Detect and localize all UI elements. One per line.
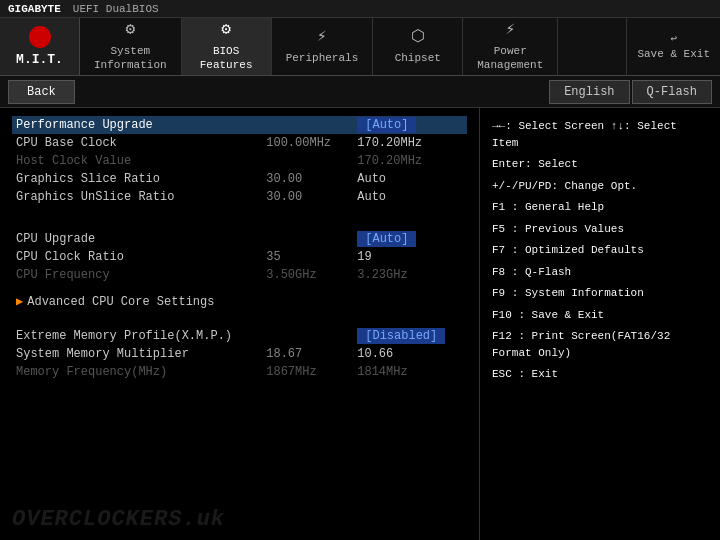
system-information-label: SystemInformation: [94, 44, 167, 73]
gigabyte-logo: GIGABYTE: [8, 3, 61, 15]
cpu-upgrade-value: [Auto]: [353, 230, 467, 248]
help-esc: ESC : Exit: [492, 366, 708, 383]
help-enter: Enter: Select: [492, 156, 708, 173]
save-exit-label: Save & Exit: [637, 47, 710, 61]
cpu-clock-ratio-value: 19: [353, 248, 467, 266]
cpu-base-clock-col2: 100.00MHz: [262, 134, 353, 152]
extreme-memory-col2: [262, 327, 353, 345]
cpu-clock-ratio-row[interactable]: CPU Clock Ratio 35 19: [12, 248, 467, 266]
nav-item-bios-features[interactable]: ⚙ BIOSFeatures: [182, 18, 272, 75]
power-management-label: PowerManagement: [477, 44, 543, 73]
advanced-cpu-section: ▶Advanced CPU Core Settings: [12, 292, 467, 319]
bios-features-label: BIOSFeatures: [200, 44, 253, 73]
extreme-memory-section: Extreme Memory Profile(X.M.P.) [Disabled…: [12, 327, 467, 381]
peripherals-icon: ⚡: [317, 27, 327, 48]
arrow-right-icon: ▶: [16, 295, 23, 309]
main-content: Performance Upgrade [Auto] CPU Base Cloc…: [0, 108, 720, 540]
mit-label: M.I.T.: [16, 52, 63, 67]
system-memory-multiplier-col2: 18.67: [262, 345, 353, 363]
power-icon: ⚡: [505, 20, 515, 41]
nav-item-peripherals[interactable]: ⚡ Peripherals: [272, 18, 374, 75]
cpu-base-clock-label: CPU Base Clock: [12, 134, 262, 152]
cpu-base-clock-row[interactable]: CPU Base Clock 100.00MHz 170.20MHz: [12, 134, 467, 152]
memory-frequency-col2: 1867MHz: [262, 363, 353, 381]
chipset-label: Chipset: [395, 51, 441, 65]
help-f9: F9 : System Information: [492, 285, 708, 302]
graphics-unslice-label: Graphics UnSlice Ratio: [12, 188, 262, 206]
help-change: +/-/PU/PD: Change Opt.: [492, 178, 708, 195]
cpu-upgrade-row[interactable]: CPU Upgrade [Auto]: [12, 230, 467, 248]
performance-upgrade-row[interactable]: Performance Upgrade [Auto]: [12, 116, 467, 134]
top-bar: GIGABYTE UEFI DualBIOS: [0, 0, 720, 18]
host-clock-value: 170.20MHz: [353, 152, 467, 170]
cpu-frequency-row: CPU Frequency 3.50GHz 3.23GHz: [12, 266, 467, 284]
system-information-icon: ⚙: [125, 20, 135, 41]
cpu-upgrade-section: CPU Upgrade [Auto] CPU Clock Ratio 35 19…: [12, 230, 467, 284]
cpu-upgrade-col2: [262, 230, 353, 248]
cpu-frequency-label: CPU Frequency: [12, 266, 262, 284]
cpu-clock-ratio-col2: 35: [262, 248, 353, 266]
graphics-unslice-row[interactable]: Graphics UnSlice Ratio 30.00 Auto: [12, 188, 467, 206]
advanced-cpu-row[interactable]: ▶Advanced CPU Core Settings: [12, 292, 467, 311]
peripherals-label: Peripherals: [286, 51, 359, 65]
spacer1: [12, 214, 467, 222]
performance-upgrade-value: [Auto]: [353, 116, 467, 134]
action-bar: Back English Q-Flash: [0, 76, 720, 108]
memory-frequency-row: Memory Frequency(MHz) 1867MHz 1814MHz: [12, 363, 467, 381]
host-clock-label: Host Clock Value: [12, 152, 262, 170]
system-memory-multiplier-label: System Memory Multiplier: [12, 345, 262, 363]
graphics-unslice-col2: 30.00: [262, 188, 353, 206]
graphics-slice-col2: 30.00: [262, 170, 353, 188]
bios-features-icon: ⚙: [221, 20, 231, 41]
language-button[interactable]: English: [549, 80, 629, 104]
performance-upgrade-col2: [262, 116, 353, 134]
extreme-memory-label: Extreme Memory Profile(X.M.P.): [12, 327, 262, 345]
extreme-memory-value: [Disabled]: [353, 327, 467, 345]
performance-upgrade-section: Performance Upgrade [Auto] CPU Base Cloc…: [12, 116, 467, 206]
cpu-base-clock-value: 170.20MHz: [353, 134, 467, 152]
cpu-upgrade-label: CPU Upgrade: [12, 230, 262, 248]
help-select-screen: →←: Select Screen ↑↓: Select Item: [492, 118, 708, 151]
nav-item-save-exit[interactable]: ↩ Save & Exit: [626, 18, 720, 75]
advanced-cpu-label: ▶Advanced CPU Core Settings: [12, 292, 467, 311]
host-clock-row: Host Clock Value 170.20MHz: [12, 152, 467, 170]
memory-frequency-value: 1814MHz: [353, 363, 467, 381]
graphics-slice-row[interactable]: Graphics Slice Ratio 30.00 Auto: [12, 170, 467, 188]
chipset-icon: ⬡: [411, 27, 425, 48]
mit-circle: [29, 26, 51, 48]
graphics-slice-label: Graphics Slice Ratio: [12, 170, 262, 188]
uefi-label: UEFI DualBIOS: [73, 3, 159, 15]
help-f12: F12 : Print Screen(FAT16/32 Format Only): [492, 328, 708, 361]
help-f5: F5 : Previous Values: [492, 221, 708, 238]
extreme-memory-row[interactable]: Extreme Memory Profile(X.M.P.) [Disabled…: [12, 327, 467, 345]
back-button[interactable]: Back: [8, 80, 75, 104]
help-f8: F8 : Q-Flash: [492, 264, 708, 281]
cpu-frequency-value: 3.23GHz: [353, 266, 467, 284]
cpu-frequency-col2: 3.50GHz: [262, 266, 353, 284]
nav-item-system-information[interactable]: ⚙ SystemInformation: [80, 18, 182, 75]
help-f10: F10 : Save & Exit: [492, 307, 708, 324]
qflash-button[interactable]: Q-Flash: [632, 80, 712, 104]
save-exit-icon: ↩: [670, 32, 677, 46]
performance-upgrade-label: Performance Upgrade: [12, 116, 262, 134]
nav-item-power-management[interactable]: ⚡ PowerManagement: [463, 18, 558, 75]
graphics-slice-value: Auto: [353, 170, 467, 188]
cpu-clock-ratio-label: CPU Clock Ratio: [12, 248, 262, 266]
left-panel: Performance Upgrade [Auto] CPU Base Cloc…: [0, 108, 480, 540]
memory-frequency-label: Memory Frequency(MHz): [12, 363, 262, 381]
mit-button[interactable]: M.I.T.: [0, 18, 80, 75]
nav-bar: M.I.T. ⚙ SystemInformation ⚙ BIOSFeature…: [0, 18, 720, 76]
system-memory-multiplier-row[interactable]: System Memory Multiplier 18.67 10.66: [12, 345, 467, 363]
graphics-unslice-value: Auto: [353, 188, 467, 206]
help-f7: F7 : Optimized Defaults: [492, 242, 708, 259]
system-memory-multiplier-value: 10.66: [353, 345, 467, 363]
host-clock-col2: [262, 152, 353, 170]
help-f1: F1 : General Help: [492, 199, 708, 216]
nav-item-chipset[interactable]: ⬡ Chipset: [373, 18, 463, 75]
right-panel: →←: Select Screen ↑↓: Select Item Enter:…: [480, 108, 720, 540]
